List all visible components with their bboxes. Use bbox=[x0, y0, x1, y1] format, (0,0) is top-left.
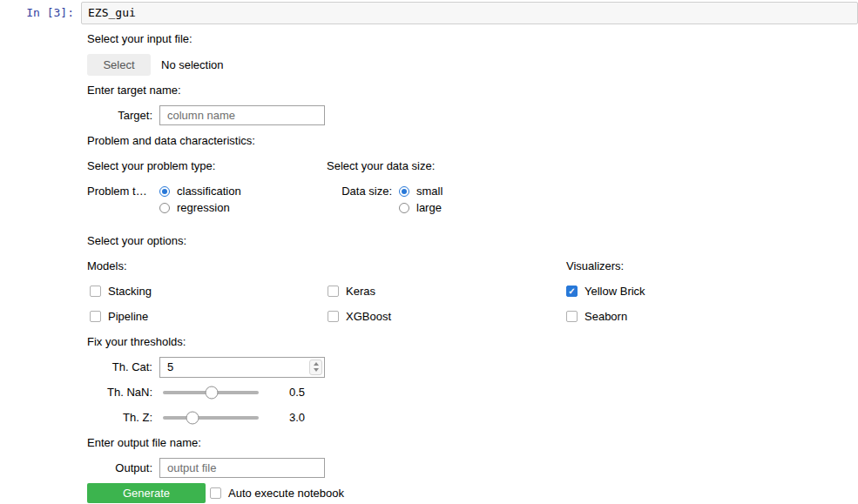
code-editor[interactable]: EZS_gui bbox=[81, 2, 858, 24]
section-input-file: Select your input file: bbox=[87, 26, 858, 51]
radio-groups-row: Problem type: classification regression … bbox=[87, 178, 858, 220]
radio-label: large bbox=[416, 201, 442, 214]
checkbox-label: Pipeline bbox=[108, 310, 148, 323]
file-selection-status: No selection bbox=[161, 58, 224, 71]
section-label: Problem and data characteristics: bbox=[87, 134, 255, 147]
models-heading: Models: bbox=[87, 259, 566, 272]
target-input[interactable] bbox=[159, 105, 325, 125]
checkbox-auto-execute[interactable]: Auto execute notebook bbox=[210, 487, 344, 500]
checkbox-icon[interactable] bbox=[328, 286, 339, 297]
number-spinner[interactable] bbox=[309, 360, 322, 375]
th-cat-row: Th. Cat: bbox=[87, 354, 858, 380]
data-size-group: Data size: small large bbox=[327, 183, 443, 216]
output-label: Output: bbox=[87, 461, 152, 474]
checkbox-label: Seaborn bbox=[584, 310, 627, 323]
input-prompt: In [3]: bbox=[0, 2, 81, 24]
checkbox-icon[interactable] bbox=[328, 311, 339, 322]
section-label: Fix your thresholds: bbox=[87, 335, 186, 348]
radio-label: small bbox=[416, 185, 443, 198]
checkbox-row-1: Stacking Keras Yellow Brick bbox=[87, 279, 858, 304]
radio-option-regression[interactable]: regression bbox=[159, 199, 241, 216]
th-z-label: Th. Z: bbox=[87, 411, 152, 424]
problem-type-heading: Select your problem type: bbox=[87, 159, 327, 172]
section-characteristics: Problem and data characteristics: bbox=[87, 128, 858, 153]
section-options: Select your options: bbox=[87, 228, 858, 253]
checkbox-keras[interactable]: Keras bbox=[328, 285, 566, 298]
th-nan-readout: 0.5 bbox=[289, 386, 305, 399]
th-nan-slider[interactable] bbox=[163, 386, 259, 400]
th-cat-label: Th. Cat: bbox=[87, 360, 152, 373]
radio-label: regression bbox=[177, 201, 230, 214]
slider-track[interactable] bbox=[163, 416, 259, 420]
spinner-up-icon[interactable] bbox=[314, 362, 319, 366]
code-text: EZS_gui bbox=[88, 6, 136, 19]
checkbox-label: Auto execute notebook bbox=[228, 487, 344, 500]
checkbox-label: Stacking bbox=[108, 285, 152, 298]
target-row: Target: bbox=[87, 103, 858, 128]
notebook-cell: In [3]: EZS_gui Select your input file: … bbox=[0, 0, 858, 504]
checkbox-icon[interactable] bbox=[566, 311, 578, 322]
file-select-button[interactable]: Select bbox=[87, 54, 151, 76]
section-label: Select your options: bbox=[87, 234, 186, 247]
checkbox-icon[interactable] bbox=[566, 286, 578, 297]
output-input[interactable] bbox=[159, 458, 325, 478]
th-z-row: Th. Z: 3.0 bbox=[87, 405, 858, 430]
section-thresholds: Fix your thresholds: bbox=[87, 329, 858, 354]
radio-icon[interactable] bbox=[399, 203, 409, 213]
slider-handle[interactable] bbox=[206, 386, 219, 399]
generate-row: Generate Auto execute notebook bbox=[87, 480, 858, 504]
checkbox-xgboost[interactable]: XGBoost bbox=[328, 310, 566, 323]
th-z-readout: 3.0 bbox=[289, 411, 305, 424]
th-z-slider[interactable] bbox=[163, 411, 259, 425]
radio-option-large[interactable]: large bbox=[399, 199, 443, 216]
th-nan-row: Th. NaN: 0.5 bbox=[87, 380, 858, 405]
checkbox-row-2: Pipeline XGBoost Seaborn bbox=[87, 304, 858, 329]
radio-icon[interactable] bbox=[399, 186, 409, 197]
data-size-label: Data size: bbox=[327, 183, 392, 199]
section-label: Select your input file: bbox=[87, 32, 193, 45]
section-output: Enter output file name: bbox=[87, 430, 858, 455]
visualizers-heading: Visualizers: bbox=[566, 259, 624, 272]
section-label: Enter target name: bbox=[87, 84, 181, 97]
checkbox-label: XGBoost bbox=[346, 310, 391, 323]
checkbox-label: Yellow Brick bbox=[584, 285, 645, 298]
th-cat-input[interactable] bbox=[159, 357, 325, 378]
checkbox-pipeline[interactable]: Pipeline bbox=[87, 310, 328, 323]
widget-output-area: Select your input file: Select No select… bbox=[87, 26, 858, 504]
code-cell-row: In [3]: EZS_gui bbox=[0, 0, 858, 24]
radio-icon[interactable] bbox=[159, 186, 170, 197]
target-label: Target: bbox=[87, 109, 152, 122]
section-label: Enter output file name: bbox=[87, 436, 201, 449]
checkbox-icon[interactable] bbox=[90, 311, 101, 322]
options-headings: Models: Visualizers: bbox=[87, 253, 858, 279]
file-select-row: Select No selection bbox=[87, 51, 858, 77]
section-target: Enter target name: bbox=[87, 77, 858, 103]
radio-label: classification bbox=[177, 185, 241, 198]
generate-button[interactable]: Generate bbox=[87, 483, 206, 503]
data-size-heading: Select your data size: bbox=[327, 159, 435, 172]
output-row: Output: bbox=[87, 455, 858, 480]
checkbox-icon[interactable] bbox=[90, 286, 101, 297]
radio-option-classification[interactable]: classification bbox=[159, 183, 241, 199]
problem-type-group: Problem type: classification regression bbox=[87, 183, 327, 216]
problem-type-label: Problem type: bbox=[87, 183, 152, 199]
checkbox-label: Keras bbox=[346, 285, 375, 298]
checkbox-yellow-brick[interactable]: Yellow Brick bbox=[566, 285, 645, 298]
characteristics-headings: Select your problem type: Select your da… bbox=[87, 153, 858, 178]
slider-handle[interactable] bbox=[186, 411, 199, 424]
checkbox-seaborn[interactable]: Seaborn bbox=[566, 310, 627, 323]
radio-icon[interactable] bbox=[159, 203, 170, 213]
th-nan-label: Th. NaN: bbox=[87, 386, 152, 399]
radio-option-small[interactable]: small bbox=[399, 183, 443, 199]
checkbox-stacking[interactable]: Stacking bbox=[87, 285, 328, 298]
spinner-down-icon[interactable] bbox=[314, 368, 319, 372]
checkbox-icon[interactable] bbox=[210, 487, 221, 499]
